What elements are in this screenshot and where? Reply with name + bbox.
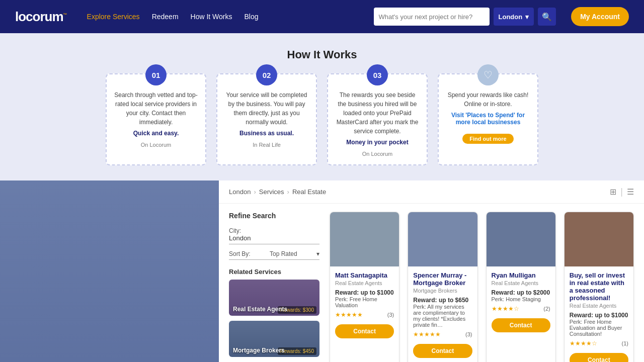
nav: Explore Services Redeem How It Works Blo… — [87, 13, 359, 21]
stars-1: ★★★★★ — [413, 331, 441, 338]
hiw-step-3: 03 The rewards you see beside the busine… — [327, 73, 428, 165]
sidebar: Refine Search City: London Sort By: Top … — [229, 212, 319, 362]
chevron-down-icon: ▾ — [316, 250, 319, 257]
contact-button-2[interactable]: Contact — [492, 318, 550, 332]
listing-photo-2 — [487, 212, 555, 266]
listing-photo-0 — [330, 212, 399, 266]
stars-0: ★★★★★ — [335, 311, 363, 318]
listing-category-0: Real Estate Agents — [335, 280, 394, 286]
related-card-1[interactable]: Mortgage Brokers Rewards: $450 — [229, 321, 319, 357]
listing-name-2: Ryan Mulligan — [492, 272, 550, 279]
listing-rating-1: ★★★★★ (3) — [413, 331, 472, 338]
review-count-2: (2) — [543, 306, 550, 312]
my-account-button[interactable]: My Account — [571, 7, 629, 26]
view-divider: | — [620, 187, 623, 197]
sep-2: › — [287, 188, 289, 196]
listing-body-2: Ryan Mulligan Real Estate Agents Reward:… — [487, 266, 555, 337]
nav-how-it-works[interactable]: How It Works — [191, 13, 232, 21]
step-2-text: Your service will be completed by the bu… — [225, 90, 308, 127]
refine-title: Refine Search — [229, 212, 319, 220]
listing-body-1: Spencer Murray - Mortgage Broker Mortgag… — [408, 266, 477, 362]
listing-category-2: Real Estate Agents — [492, 280, 550, 286]
contact-button-1[interactable]: Contact — [413, 344, 472, 358]
hiw-step-1: 01 Search through vetted and top-rated l… — [106, 73, 206, 165]
sep-1: › — [254, 188, 256, 196]
sort-select[interactable]: Sort By: Top Rated ▾ — [229, 250, 319, 260]
main-content: Real Estate London › Services › Real Est… — [0, 180, 644, 362]
find-out-more-button[interactable]: Find out more — [462, 134, 513, 144]
hero-section: Real Estate — [0, 180, 219, 362]
header: locorum™ Explore Services Redeem How It … — [0, 0, 644, 33]
step-4-highlight: Visit 'Places to Spend' for more local b… — [446, 112, 530, 126]
listing-reward-0: Reward: up to $1000 — [335, 289, 394, 296]
listing-rating-3: ★★★★☆ (1) — [570, 340, 628, 347]
city-value[interactable]: London — [229, 234, 319, 244]
step-1-label: On Locorum — [114, 142, 198, 148]
listing-reward-2: Reward: up to $2000 — [492, 289, 550, 296]
listing-body-3: Buy, sell or invest in real estate with … — [565, 266, 633, 362]
city-label: City: — [229, 227, 241, 234]
breadcrumb-real-estate: Real Estate — [292, 188, 326, 196]
logo: locorum™ — [15, 9, 67, 25]
review-count-1: (3) — [465, 331, 472, 337]
related-title: Related Services — [229, 268, 319, 276]
hiw-step-4: ♡ Spend your rewards like cash! Online o… — [438, 73, 538, 165]
listing-photo-3 — [565, 212, 633, 266]
breadcrumb-bar: London › Services › Real Estate ⊞ | ☰ — [219, 180, 644, 204]
step-2-highlight: Business as usual. — [225, 130, 308, 137]
search-input[interactable] — [379, 13, 485, 21]
sort-label: Sort By: — [229, 250, 251, 257]
sort-filter: Sort By: Top Rated ▾ — [229, 250, 319, 260]
step-badge-3: 03 — [367, 64, 388, 85]
listing-rating-2: ★★★★☆ (2) — [492, 305, 550, 312]
how-it-works-section: How It Works 01 Search through vetted an… — [0, 33, 644, 180]
stars-2: ★★★★☆ — [492, 305, 519, 312]
related-card-1-label: Mortgage Brokers — [229, 344, 289, 357]
listing-card-1: Spencer Murray - Mortgage Broker Mortgag… — [408, 212, 477, 362]
listing-card-2: Ryan Mulligan Real Estate Agents Reward:… — [486, 212, 556, 362]
listing-name-3: Buy, sell or invest in real estate with … — [570, 272, 628, 302]
listing-perk-2: Perk: Home Staging — [492, 296, 550, 302]
city-filter: City: London — [229, 227, 319, 244]
listing-category-3: Real Estate Agents — [570, 303, 628, 309]
listing-rating-0: ★★★★★ (3) — [335, 311, 394, 318]
listing-perk-3: Perk: Free Home Evaluation and Buyer Con… — [570, 319, 628, 337]
listing-reward-3: Reward: up to $1000 — [570, 312, 628, 319]
location-selector[interactable]: London ▾ — [494, 8, 534, 26]
breadcrumb-services[interactable]: Services — [259, 188, 284, 196]
step-badge-1: 01 — [145, 64, 167, 85]
listings-layout: Refine Search City: London Sort By: Top … — [219, 204, 644, 362]
step-3-label: On Locorum — [336, 151, 419, 157]
content-area: London › Services › Real Estate ⊞ | ☰ Re… — [219, 180, 644, 362]
how-it-works-title: How It Works — [25, 48, 619, 61]
grid-view-button[interactable]: ⊞ — [610, 187, 616, 197]
search-input-wrap — [374, 8, 490, 26]
review-count-0: (3) — [387, 312, 394, 318]
list-view-button[interactable]: ☰ — [627, 187, 634, 197]
listing-category-1: Mortgage Brokers — [413, 288, 472, 294]
listing-body-0: Matt Santagapita Real Estate Agents Rewa… — [330, 266, 399, 343]
contact-button-0[interactable]: Contact — [335, 324, 394, 338]
breadcrumb: London › Services › Real Estate — [229, 188, 326, 196]
step-1-text: Search through vetted and top-rated loca… — [114, 90, 198, 127]
nav-blog[interactable]: Blog — [245, 13, 259, 21]
related-card-0[interactable]: Real Estate Agents Rewards: $300 — [229, 280, 319, 316]
stars-3: ★★★★☆ — [570, 340, 597, 347]
listing-name-1: Spencer Murray - Mortgage Broker — [413, 272, 472, 287]
step-1-highlight: Quick and easy. — [114, 130, 198, 137]
nav-redeem[interactable]: Redeem — [152, 13, 179, 21]
search-button[interactable]: 🔍 — [538, 8, 556, 26]
heart-badge: ♡ — [477, 64, 499, 85]
step-4-text: Spend your rewards like cash! Online or … — [446, 90, 530, 109]
contact-button-3[interactable]: Contact — [570, 353, 628, 362]
nav-explore-services[interactable]: Explore Services — [87, 13, 140, 21]
step-2-label: In Real Life — [225, 142, 308, 148]
listing-perk-0: Perk: Free Home Valuation — [335, 296, 394, 308]
breadcrumb-london[interactable]: London — [229, 188, 251, 196]
listings-grid: Matt Santagapita Real Estate Agents Rewa… — [330, 212, 634, 362]
listing-card-3: Buy, sell or invest in real estate with … — [564, 212, 634, 362]
listing-card-0: Matt Santagapita Real Estate Agents Rewa… — [330, 212, 399, 362]
review-count-3: (1) — [622, 340, 628, 346]
chevron-down-icon: ▾ — [525, 13, 529, 21]
listing-reward-1: Reward: up to $650 — [413, 297, 472, 304]
